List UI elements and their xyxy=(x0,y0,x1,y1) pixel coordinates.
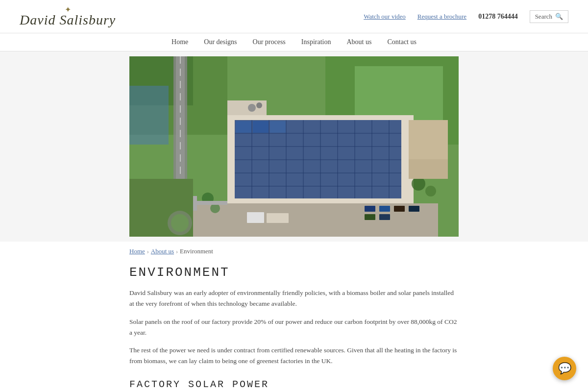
page-wrapper: ✦ David Salisbury Watch our video Reques… xyxy=(0,0,588,392)
svg-point-49 xyxy=(248,104,256,112)
nav-item-our-designs[interactable]: Our designs xyxy=(204,38,237,46)
chat-button[interactable]: 💬 xyxy=(553,357,576,380)
breadcrumb-sep2: › xyxy=(176,248,178,255)
body-paragraph-2: Solar panels on the roof of our factory … xyxy=(129,317,459,339)
breadcrumb: Home › About us › Environment xyxy=(129,242,459,257)
search-icon: 🔍 xyxy=(555,13,563,21)
nav-item-inspiration[interactable]: Inspiration xyxy=(301,38,331,46)
svg-rect-30 xyxy=(227,198,414,203)
nav-item-our-process[interactable]: Our process xyxy=(253,38,286,46)
svg-rect-36 xyxy=(365,214,375,220)
request-brochure-link[interactable]: Request a brochure xyxy=(417,13,466,21)
svg-rect-25 xyxy=(253,121,269,133)
svg-rect-45 xyxy=(247,212,264,223)
breadcrumb-current: Environment xyxy=(180,247,213,255)
search-box[interactable]: Search 🔍 xyxy=(530,10,568,23)
svg-rect-47 xyxy=(193,196,197,211)
svg-rect-43 xyxy=(409,159,448,179)
chat-icon: 💬 xyxy=(558,362,571,375)
svg-rect-42 xyxy=(409,120,448,159)
svg-rect-32 xyxy=(365,206,375,212)
header-top: ✦ David Salisbury Watch our video Reques… xyxy=(0,0,588,33)
svg-rect-44 xyxy=(267,213,289,223)
logo-area[interactable]: ✦ David Salisbury xyxy=(20,5,116,28)
phone-number[interactable]: 01278 764444 xyxy=(478,13,518,21)
breadcrumb-home[interactable]: Home xyxy=(129,247,145,255)
hero-image-container xyxy=(0,51,588,242)
svg-point-50 xyxy=(256,102,262,108)
svg-point-41 xyxy=(425,186,436,196)
svg-point-54 xyxy=(171,214,189,232)
nav-item-home[interactable]: Home xyxy=(172,38,188,46)
body-paragraph-1: David Salisbury was an early adopter of … xyxy=(129,288,459,310)
logo-text: David Salisbury xyxy=(20,12,116,27)
main-nav: Home Our designs Our process Inspiration… xyxy=(0,33,588,51)
page-title: ENVIRONMENT xyxy=(129,265,459,280)
body-paragraph-3: The rest of the power we need is under c… xyxy=(129,345,459,367)
svg-rect-27 xyxy=(227,115,235,203)
header-actions: Watch our video Request a brochure 01278… xyxy=(364,10,568,23)
search-label: Search xyxy=(535,13,552,21)
svg-rect-52 xyxy=(129,86,169,145)
nav-item-about-us[interactable]: About us xyxy=(346,38,371,46)
breadcrumb-sep1: › xyxy=(147,248,149,255)
svg-rect-46 xyxy=(193,201,227,205)
content-area: Home › About us › Environment ENVIRONMEN… xyxy=(129,242,459,392)
svg-rect-35 xyxy=(409,206,419,212)
breadcrumb-about[interactable]: About us xyxy=(151,247,174,255)
svg-rect-26 xyxy=(270,121,286,133)
nav-item-contact-us[interactable]: Contact us xyxy=(387,38,416,46)
svg-rect-29 xyxy=(227,115,414,120)
svg-rect-33 xyxy=(379,206,390,212)
svg-rect-24 xyxy=(236,121,251,133)
svg-point-40 xyxy=(412,177,425,191)
svg-rect-37 xyxy=(379,214,390,220)
section-2-title: FACTORY SOLAR POWER xyxy=(129,379,459,390)
watch-video-link[interactable]: Watch our video xyxy=(364,13,406,21)
svg-rect-34 xyxy=(394,206,405,212)
hero-image xyxy=(129,56,459,237)
